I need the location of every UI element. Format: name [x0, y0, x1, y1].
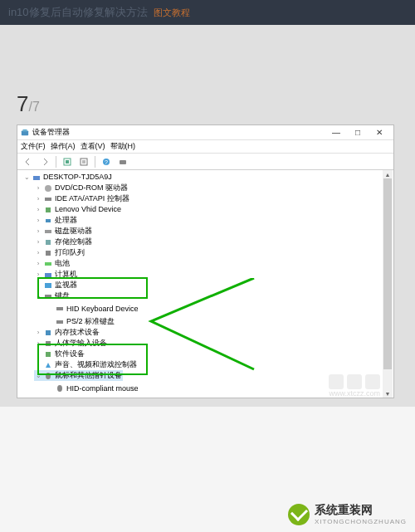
tree-item-keyboard[interactable]: ⌄键盘 [34, 290, 71, 301]
tree-item[interactable]: ›内存技术设备 [34, 327, 100, 338]
tree-leaf[interactable]: HID-compliant mouse [46, 396, 139, 398]
titlebar[interactable]: 设备管理器 — □ ✕ [17, 125, 393, 140]
scroll-up-icon[interactable]: ▲ [383, 170, 393, 178]
tree-item[interactable]: ›打印队列 [34, 247, 85, 258]
svg-rect-13 [46, 207, 51, 212]
menu-file[interactable]: 文件(F) [21, 141, 46, 152]
svg-rect-4 [81, 159, 87, 165]
scan-button[interactable] [115, 155, 130, 168]
tree-root[interactable]: ⌄DESKTOP-TJD5A9J [22, 172, 113, 183]
tree-item[interactable]: ›声音、视频和游戏控制器 [34, 359, 138, 370]
tree-item[interactable]: ›软件设备 [34, 349, 85, 359]
tree-area: ⌄DESKTOP-TJD5A9J ›DVD/CD-ROM 驱动器 ›IDE AT… [17, 170, 393, 398]
svg-rect-22 [56, 307, 63, 310]
device-tree: ⌄DESKTOP-TJD5A9J ›DVD/CD-ROM 驱动器 ›IDE AT… [22, 172, 393, 398]
tree-item[interactable]: ›DVD/CD-ROM 驱动器 [34, 183, 129, 193]
svg-rect-1 [23, 129, 27, 131]
svg-rect-0 [22, 130, 28, 135]
device-manager-window: 设备管理器 — □ ✕ 文件(F) 操作(A) 查看(V) 帮助(H) ? ⌄D… [17, 124, 394, 398]
svg-rect-12 [45, 198, 51, 201]
tree-item[interactable]: ›监视器 [34, 280, 78, 290]
watermark-url: www.xtczz.com [329, 389, 380, 398]
article-title: in10修复后自动修复解决方法 [8, 6, 148, 18]
svg-rect-16 [46, 240, 51, 245]
svg-point-28 [46, 373, 51, 379]
tree-item[interactable]: ›磁盘驱动器 [34, 226, 93, 237]
tree-item[interactable]: ›存储控制器 [34, 237, 93, 247]
svg-rect-19 [45, 273, 51, 277]
step-indicator: 7/7 [17, 91, 40, 117]
svg-rect-18 [45, 262, 51, 266]
article-banner: in10修复后自动修复解决方法 图文教程 [0, 0, 415, 25]
svg-point-29 [57, 385, 62, 392]
tree-leaf[interactable]: HID-compliant mouse [46, 383, 139, 394]
tree-item[interactable]: ›IDE ATA/ATAPI 控制器 [34, 193, 130, 204]
svg-rect-26 [46, 352, 51, 357]
menu-view[interactable]: 查看(V) [81, 141, 105, 152]
menu-help[interactable]: 帮助(H) [110, 141, 136, 152]
svg-rect-9 [120, 160, 126, 164]
scroll-down-icon[interactable]: ▼ [383, 389, 393, 398]
step-current: 7 [17, 91, 28, 116]
svg-rect-14 [46, 219, 51, 222]
close-button[interactable]: ✕ [369, 126, 390, 139]
tree-leaf[interactable]: HID Keyboard Device [46, 304, 139, 315]
step-total: /7 [28, 100, 39, 114]
toolbar-sep [95, 156, 95, 168]
svg-rect-23 [56, 320, 63, 324]
back-button[interactable] [21, 155, 36, 168]
scroll-thumb[interactable] [383, 178, 392, 369]
tree-item[interactable]: ›电池 [34, 258, 71, 269]
footer-brand: 系统重装网 XITONGCHONGZHUANG [288, 503, 407, 525]
brand-sub: XITONGCHONGZHUANG [315, 518, 407, 525]
svg-rect-24 [46, 330, 51, 335]
tree-item-mouse[interactable]: ⌄鼠标和其他指针设备 [34, 370, 123, 381]
forward-button[interactable] [37, 155, 52, 168]
brand-logo-icon [288, 504, 310, 525]
app-icon [21, 129, 29, 137]
window-title: 设备管理器 [32, 127, 325, 138]
svg-rect-21 [45, 295, 51, 298]
svg-rect-25 [46, 341, 51, 346]
svg-rect-10 [33, 176, 40, 180]
view-button[interactable] [60, 155, 75, 168]
watermark-icons [329, 374, 380, 389]
brand-name: 系统重装网 [315, 503, 407, 518]
props-button[interactable] [76, 155, 91, 168]
menu-bar: 文件(F) 操作(A) 查看(V) 帮助(H) [17, 140, 393, 154]
svg-rect-20 [45, 283, 51, 288]
vertical-scrollbar[interactable]: ▲ ▼ [383, 170, 393, 398]
menu-action[interactable]: 操作(A) [51, 141, 76, 152]
tree-leaf[interactable]: PS/2 标准键盘 [46, 316, 115, 327]
article-badge: 图文教程 [154, 7, 190, 17]
svg-rect-15 [45, 230, 51, 233]
help-button[interactable]: ? [99, 155, 114, 168]
tree-item[interactable]: ›Lenovo Vhid Device [34, 204, 122, 215]
svg-text:?: ? [105, 159, 108, 165]
toolbar-sep [56, 156, 56, 168]
minimize-button[interactable]: — [325, 126, 347, 139]
tree-item[interactable]: ›人体学输入设备 [34, 338, 108, 349]
toolbar: ? [17, 154, 393, 170]
svg-rect-3 [66, 160, 69, 164]
tree-item[interactable]: ›计算机 [34, 269, 78, 280]
maximize-button[interactable]: □ [347, 126, 369, 139]
tree-item[interactable]: ›处理器 [34, 215, 78, 226]
svg-point-11 [45, 185, 51, 192]
svg-rect-17 [46, 251, 51, 256]
svg-marker-27 [46, 363, 51, 368]
